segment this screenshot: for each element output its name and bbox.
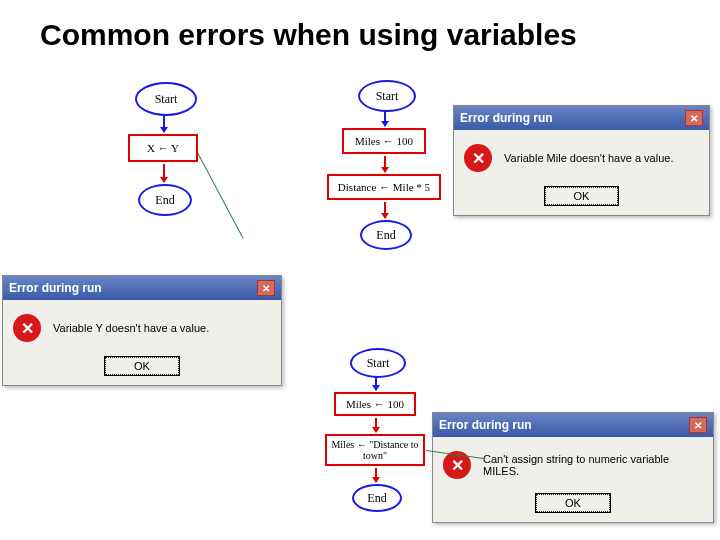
dialog-titlebar: Error during run ✕ xyxy=(454,106,709,130)
arrow-icon xyxy=(163,164,165,182)
arrow-icon xyxy=(375,418,377,432)
fc1-start: Start xyxy=(135,82,197,116)
fc2-start: Start xyxy=(358,80,416,112)
error-dialog-2: Error during run ✕ ✕ Variable Mile doesn… xyxy=(453,105,710,216)
dialog-title-text: Error during run xyxy=(9,281,102,295)
error-icon: ✕ xyxy=(13,314,41,342)
fc1-step: X ← Y xyxy=(128,134,198,162)
arrow-icon xyxy=(384,202,386,218)
error-icon: ✕ xyxy=(464,144,492,172)
fc2-step2: Distance ← Mile * 5 xyxy=(327,174,441,200)
ok-button[interactable]: OK xyxy=(545,187,619,205)
dialog-title-text: Error during run xyxy=(460,111,553,125)
close-icon[interactable]: ✕ xyxy=(257,280,275,296)
ok-button[interactable]: OK xyxy=(536,494,610,512)
error-dialog-1: Error during run ✕ ✕ Variable Y doesn't … xyxy=(2,275,282,386)
dialog-titlebar: Error during run ✕ xyxy=(433,413,713,437)
arrow-icon xyxy=(384,156,386,172)
pointer-line xyxy=(198,153,244,238)
dialog-message: Variable Y doesn't have a value. xyxy=(53,322,209,334)
fc2-end: End xyxy=(360,220,412,250)
arrow-icon xyxy=(384,110,386,126)
dialog-message: Variable Mile doesn't have a value. xyxy=(504,152,673,164)
fc3-start: Start xyxy=(350,348,406,378)
arrow-icon xyxy=(163,114,165,132)
dialog-message: Can't assign string to numeric variable … xyxy=(483,453,703,477)
ok-button[interactable]: OK xyxy=(105,357,179,375)
fc2-step1: Miles ← 100 xyxy=(342,128,426,154)
arrow-icon xyxy=(375,468,377,482)
dialog-title-text: Error during run xyxy=(439,418,532,432)
close-icon[interactable]: ✕ xyxy=(685,110,703,126)
fc1-end: End xyxy=(138,184,192,216)
fc3-step2: Miles ← "Distance to town" xyxy=(325,434,425,466)
page-title: Common errors when using variables xyxy=(40,18,577,52)
dialog-titlebar: Error during run ✕ xyxy=(3,276,281,300)
fc3-end: End xyxy=(352,484,402,512)
error-dialog-3: Error during run ✕ ✕ Can't assign string… xyxy=(432,412,714,523)
fc3-step1: Miles ← 100 xyxy=(334,392,416,416)
close-icon[interactable]: ✕ xyxy=(689,417,707,433)
arrow-icon xyxy=(375,376,377,390)
